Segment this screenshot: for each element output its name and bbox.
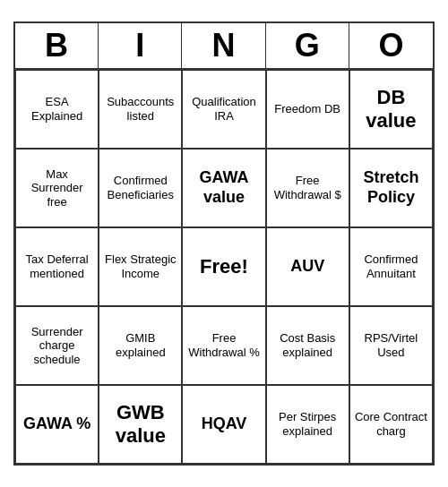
bingo-cell-9: Stretch Policy <box>349 149 433 227</box>
bingo-cell-6: Confirmed Beneficiaries <box>99 149 182 227</box>
header-letter: B <box>15 23 99 68</box>
header-letter: I <box>99 23 182 68</box>
bingo-cell-15: Surrender charge schedule <box>15 306 99 385</box>
bingo-cell-23: Per Stirpes explained <box>266 385 349 464</box>
bingo-cell-24: Core Contract charg <box>349 385 433 464</box>
bingo-cell-17: Free Withdrawal % <box>182 306 265 385</box>
bingo-cell-16: GMIB explained <box>99 306 182 385</box>
bingo-card: BINGO ESA ExplainedSubaccounts listedQua… <box>13 21 435 466</box>
header-letter: O <box>349 23 433 68</box>
bingo-cell-22: HQAV <box>182 385 265 464</box>
bingo-cell-8: Free Withdrawal $ <box>266 149 349 227</box>
bingo-cell-12: Free! <box>182 227 265 306</box>
bingo-cell-21: GWB value <box>99 385 182 464</box>
bingo-cell-5: Max Surrender free <box>15 149 99 227</box>
bingo-cell-2: Qualification IRA <box>182 70 265 149</box>
bingo-cell-19: RPS/Virtel Used <box>349 306 433 385</box>
bingo-cell-11: Flex Strategic Income <box>99 227 182 306</box>
bingo-cell-10: Tax Deferral mentioned <box>15 227 99 306</box>
bingo-cell-18: Cost Basis explained <box>266 306 349 385</box>
bingo-cell-4: DB value <box>349 70 433 149</box>
bingo-grid: ESA ExplainedSubaccounts listedQualifica… <box>15 70 433 464</box>
bingo-cell-7: GAWA value <box>182 149 265 227</box>
bingo-cell-13: AUV <box>266 227 349 306</box>
bingo-header: BINGO <box>15 23 433 70</box>
bingo-cell-14: Confirmed Annuitant <box>349 227 433 306</box>
bingo-cell-20: GAWA % <box>15 385 99 464</box>
header-letter: N <box>182 23 265 68</box>
bingo-cell-0: ESA Explained <box>15 70 99 149</box>
header-letter: G <box>266 23 349 68</box>
bingo-cell-1: Subaccounts listed <box>99 70 182 149</box>
bingo-cell-3: Freedom DB <box>266 70 349 149</box>
